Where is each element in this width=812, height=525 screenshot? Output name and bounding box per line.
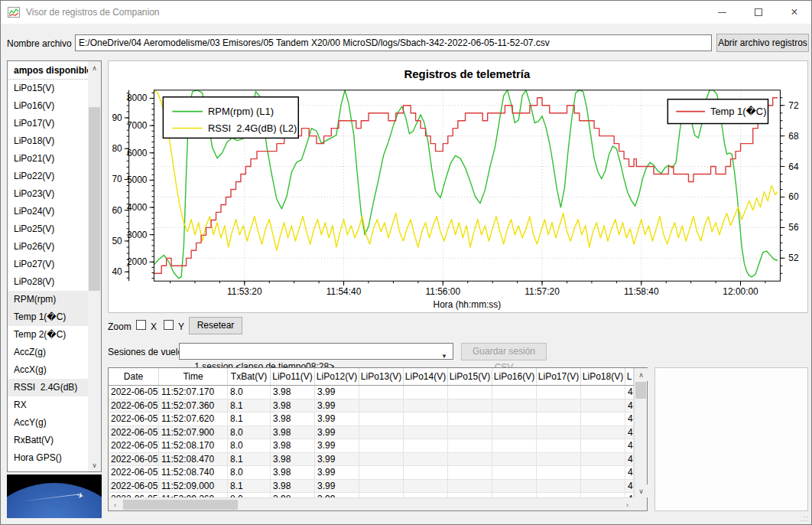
- table-cell: 3.98: [271, 480, 315, 494]
- field-item[interactable]: LiPo21(V): [8, 150, 88, 168]
- close-button[interactable]: ×: [777, 1, 812, 24]
- table-header-cell[interactable]: L: [625, 368, 634, 385]
- table-row[interactable]: 2022-06-0511:52:08.4708.13.983.994: [109, 453, 634, 467]
- table-cell: 4: [625, 453, 634, 467]
- svg-text:7000: 7000: [127, 120, 148, 131]
- table-header-cell[interactable]: LiPo12(V): [315, 368, 359, 385]
- table-cell: [359, 386, 404, 399]
- svg-text:64: 64: [788, 161, 799, 172]
- field-item[interactable]: LiPo18(V): [8, 132, 88, 150]
- scroll-down-icon[interactable]: ∨: [88, 458, 101, 471]
- zoom-y-checkbox[interactable]: [164, 320, 174, 330]
- field-item[interactable]: Temp 1(�C): [8, 308, 88, 326]
- table-cell: [492, 453, 537, 467]
- table-header-cell[interactable]: LiPo16(V): [492, 368, 537, 385]
- field-item[interactable]: LiPo28(V): [8, 273, 88, 291]
- table-cell: [404, 386, 448, 399]
- table-header-cell[interactable]: Time: [159, 368, 228, 385]
- resize-grip[interactable]: .::: [801, 514, 809, 523]
- field-item[interactable]: LiPo17(V): [8, 115, 88, 132]
- field-item[interactable]: RSSI 2.4G(dB): [8, 379, 88, 396]
- maximize-button[interactable]: [741, 1, 776, 24]
- table-header-cell[interactable]: LiPo11(V): [271, 368, 315, 385]
- table-cell: [404, 453, 448, 467]
- minimize-button[interactable]: [704, 1, 739, 24]
- table-header-cell[interactable]: TxBat(V): [228, 368, 271, 385]
- table-row[interactable]: 2022-06-0511:52:07.1708.03.983.994: [109, 386, 634, 399]
- open-log-file-button[interactable]: Abrir archivo registros: [716, 34, 809, 52]
- field-list-scrollbar[interactable]: ∧ ∨: [88, 61, 101, 471]
- table-row[interactable]: 2022-06-0511:52:07.9008.03.983.994: [109, 426, 634, 440]
- field-item[interactable]: AccX(g): [8, 361, 88, 379]
- scroll-left-icon[interactable]: ‹: [109, 498, 122, 511]
- field-item[interactable]: LiPo25(V): [8, 220, 88, 238]
- save-session-csv-button[interactable]: Guardar sesión CSV: [461, 343, 547, 360]
- table-cell: 4: [625, 386, 634, 399]
- session-select[interactable]: 1 session <lapso de tiempo08:28> ▼: [179, 343, 453, 360]
- field-item[interactable]: Hora GPS(): [8, 449, 88, 467]
- field-item[interactable]: Temp 2(�C): [8, 326, 88, 344]
- reset-zoom-button[interactable]: Resetear: [189, 317, 242, 334]
- table-header-cell[interactable]: LiPo14(V): [404, 368, 448, 385]
- field-item[interactable]: LiPo22(V): [8, 168, 88, 185]
- svg-text:60: 60: [112, 205, 122, 216]
- svg-text:Registros de telemetría: Registros de telemetría: [404, 68, 531, 80]
- table-cell: [537, 480, 581, 494]
- zoom-y-label: Y: [178, 321, 184, 332]
- table-cell: [404, 412, 448, 426]
- table-body: 2022-06-0511:52:07.1708.03.983.9942022-0…: [109, 386, 634, 498]
- svg-text:2000: 2000: [127, 256, 148, 267]
- field-item[interactable]: RX: [8, 396, 88, 414]
- table-row[interactable]: 2022-06-0511:52:09.0008.13.983.994: [109, 480, 634, 494]
- scrollbar-thumb[interactable]: [89, 107, 100, 291]
- table-cell: 3.99: [315, 466, 359, 480]
- scrollbar-thumb[interactable]: [635, 382, 646, 399]
- scroll-up-icon[interactable]: ∧: [635, 368, 648, 381]
- table-row[interactable]: 2022-06-0511:52:08.1708.03.983.994: [109, 439, 634, 453]
- field-item[interactable]: RPM(rpm): [8, 291, 88, 308]
- table-cell: 3.99: [315, 453, 359, 467]
- table-header-cell[interactable]: LiPo17(V): [537, 368, 581, 385]
- svg-text:3000: 3000: [127, 230, 148, 240]
- table-header-cell[interactable]: LiPo18(V): [581, 368, 625, 385]
- scroll-down-icon[interactable]: ∨: [635, 484, 648, 497]
- zoom-x-label: X: [151, 321, 157, 332]
- table-cell: 8.0: [228, 439, 271, 453]
- table-header-cell[interactable]: LiPo13(V): [359, 368, 404, 385]
- table-row[interactable]: 2022-06-0511:52:07.6208.13.983.994: [109, 412, 634, 426]
- table-header-cell[interactable]: LiPo15(V): [448, 368, 492, 385]
- field-item[interactable]: LiPo23(V): [8, 185, 88, 203]
- field-item[interactable]: AccY(g): [8, 414, 88, 432]
- app-icon: [8, 6, 20, 18]
- svg-text:52: 52: [788, 253, 799, 263]
- table-row[interactable]: 2022-06-0511:52:08.7408.03.983.994: [109, 466, 634, 480]
- table-vertical-scrollbar[interactable]: ∧ ∨: [634, 368, 647, 497]
- scroll-right-icon[interactable]: ›: [621, 498, 634, 511]
- field-item[interactable]: RxBatt(V): [8, 432, 88, 449]
- globe-thumbnail: ✈: [7, 474, 102, 518]
- table-cell: [581, 386, 625, 399]
- scrollbar-thumb[interactable]: [123, 500, 238, 510]
- zoom-x-checkbox[interactable]: [136, 320, 146, 330]
- field-item[interactable]: AccZ(g): [8, 344, 88, 361]
- svg-text:80: 80: [112, 143, 122, 154]
- field-item[interactable]: LiPo16(V): [8, 97, 88, 115]
- field-item[interactable]: LiPo27(V): [8, 256, 88, 273]
- table-cell: 8.0: [228, 426, 271, 440]
- field-list: ampos disponible LiPo15(V)LiPo16(V)LiPo1…: [7, 60, 102, 472]
- chart-canvas[interactable]: Registros de telemetría11:53:2011:54:401…: [109, 61, 807, 312]
- field-item[interactable]: LiPo15(V): [8, 80, 88, 97]
- svg-text:11:57:20: 11:57:20: [525, 286, 560, 297]
- field-item[interactable]: LiPo24(V): [8, 203, 88, 220]
- table-horizontal-scrollbar[interactable]: ‹ ›: [109, 497, 634, 510]
- scroll-up-icon[interactable]: ∧: [88, 61, 101, 74]
- empty-panel: [654, 367, 808, 511]
- field-item[interactable]: LiPo26(V): [8, 238, 88, 256]
- file-path-input[interactable]: [75, 34, 712, 51]
- svg-text:RPM(rpm) (L1): RPM(rpm) (L1): [208, 106, 274, 117]
- table-cell: 3.98: [271, 439, 315, 453]
- table-row[interactable]: 2022-06-0511:52:07.3608.13.983.994: [109, 399, 634, 413]
- table-header-cell[interactable]: Date: [109, 368, 159, 385]
- table-cell: [448, 386, 492, 399]
- svg-text:4000: 4000: [127, 202, 148, 213]
